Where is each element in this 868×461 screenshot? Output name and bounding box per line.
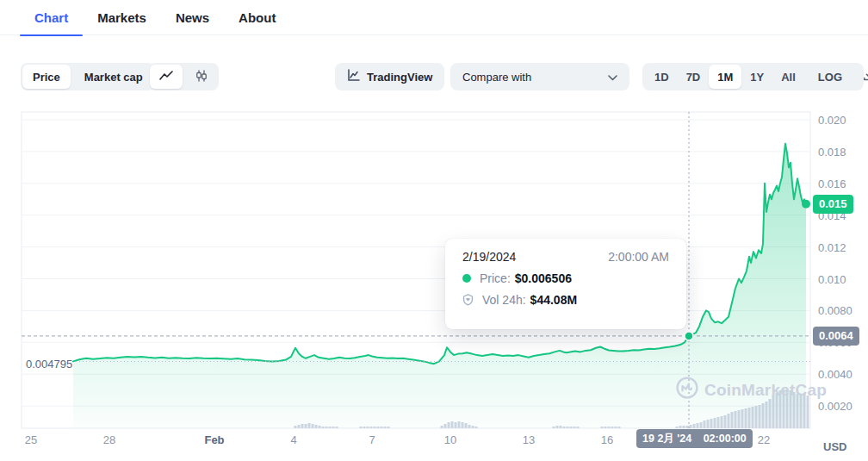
y-tick-label: 0.010 (818, 272, 846, 285)
x-tick-label: 10 (444, 433, 456, 446)
price-chart-canvas[interactable] (0, 0, 868, 461)
y-tick-label: 0.0040 (818, 368, 852, 381)
tooltip-vol-value: $44.08M (530, 293, 577, 307)
crosshair-date-badge: 19 2月 '24 02:00:00 (636, 429, 753, 448)
x-tick-label: 4 (290, 433, 296, 446)
price-series-dot-icon (462, 274, 471, 283)
tooltip-price-value: $0.006506 (515, 271, 572, 285)
tooltip-date: 2/19/2024 (462, 250, 516, 264)
y-tick-label: 0.0080 (818, 304, 852, 317)
open-price-label: 0.004795 (26, 358, 72, 371)
tooltip-vol-label: Vol 24h: (482, 293, 526, 307)
tooltip-price-label: Price: (480, 271, 511, 285)
current-price-badge: 0.015 (813, 195, 853, 214)
currency-unit-label: USD (823, 440, 846, 453)
y-tick-label: 0.018 (818, 145, 846, 158)
x-tick-label: 13 (523, 433, 535, 446)
coinmarketcap-chart-page: Chart Markets News About Price Market ca… (0, 0, 868, 461)
crosshair-date-label: 19 2月 '24 (642, 433, 691, 445)
crosshair-price-badge: 0.0064 (813, 327, 859, 346)
y-tick-label: 0.016 (818, 177, 846, 190)
price-series (73, 144, 806, 428)
x-tick-label: 22 (758, 433, 770, 446)
y-tick-label: 0.020 (818, 114, 846, 127)
x-tick-label: 16 (601, 433, 613, 446)
x-tick-label: 28 (103, 433, 115, 446)
y-tick-label: 0.0020 (818, 400, 852, 413)
shield-icon (462, 294, 474, 306)
x-tick-label: 25 (25, 433, 37, 446)
x-tick-label: 7 (369, 433, 375, 446)
chart-tooltip: 2/19/2024 2:00:00 AM Price: $0.006506 Vo… (445, 239, 686, 329)
y-tick-label: 0.012 (818, 240, 846, 253)
x-tick-label: Feb (204, 433, 224, 446)
crosshair-time-label: 02:00:00 (704, 433, 747, 445)
tooltip-time: 2:00:00 AM (608, 250, 669, 264)
